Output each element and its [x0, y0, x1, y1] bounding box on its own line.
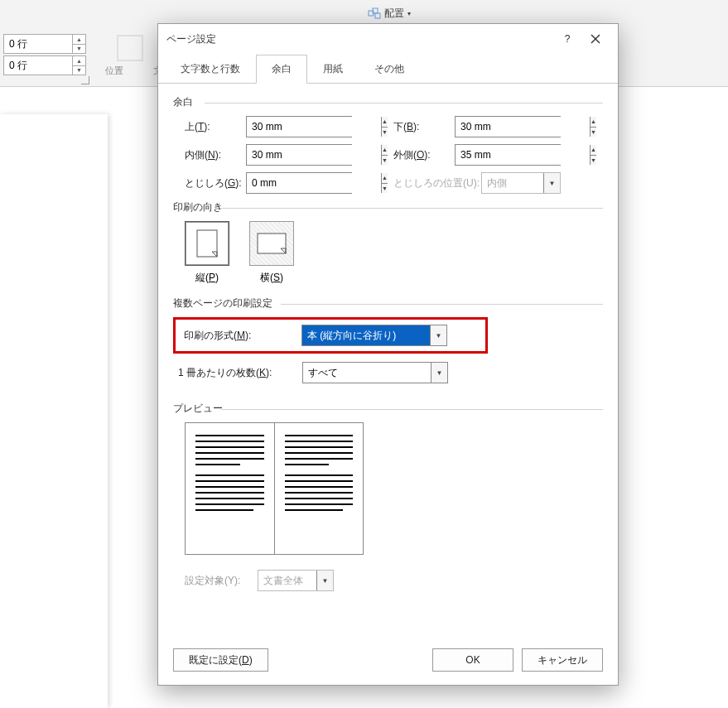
- gutter-value[interactable]: [247, 173, 381, 193]
- step-up-icon[interactable]: ▲: [591, 145, 596, 156]
- ok-button[interactable]: OK: [432, 648, 513, 672]
- gutter-position-combo: 内側 ▼: [481, 172, 561, 194]
- margin-top-label: 上(T):: [173, 120, 246, 134]
- dialog-title: ページ設定: [166, 32, 553, 46]
- print-format-highlight: 印刷の形式(M): 本 (縦方向に谷折り) ▼: [173, 317, 488, 354]
- step-down-icon[interactable]: ▼: [73, 66, 85, 75]
- gutter-position-value: 内側: [482, 173, 543, 193]
- orientation-landscape-label: 横(S): [260, 271, 283, 285]
- apply-to-value: 文書全体: [258, 571, 316, 590]
- ribbon-spacing-before[interactable]: 0 行 ▲▼: [3, 34, 86, 54]
- page-setup-dialog: ページ設定 ? 文字数と行数 余白 用紙 その他 余白 上(T): ▲▼ 下(B…: [157, 23, 619, 686]
- landscape-icon: [257, 233, 287, 254]
- margins-group-header: 余白: [173, 95, 603, 109]
- ribbon-spacing-after-value: 0 行: [4, 59, 72, 73]
- print-format-label: 印刷の形式(M):: [184, 329, 301, 343]
- step-down-icon[interactable]: ▼: [591, 128, 596, 137]
- preview-left-page: [186, 423, 275, 554]
- margin-outside-label: 外側(O):: [382, 148, 455, 162]
- ribbon-arrange-button[interactable]: 配置 ▾: [364, 3, 414, 24]
- preview-right-page: [275, 423, 364, 554]
- preview-thumbnail: [185, 422, 364, 555]
- margin-bottom-value[interactable]: [456, 117, 590, 137]
- document-page: [0, 114, 108, 708]
- step-up-icon[interactable]: ▲: [591, 117, 596, 128]
- tab-other[interactable]: その他: [359, 55, 420, 84]
- margin-bottom-input[interactable]: ▲▼: [455, 116, 561, 137]
- step-up-icon[interactable]: ▲: [73, 56, 85, 66]
- close-icon: [591, 34, 600, 44]
- gutter-label: とじしろ(G):: [173, 176, 246, 190]
- apply-to-label: 設定対象(Y):: [173, 574, 258, 588]
- sheets-per-booklet-combo[interactable]: すべて ▼: [302, 362, 448, 383]
- arrange-icon: [368, 7, 381, 21]
- preview-group-header: プレビュー: [173, 402, 603, 416]
- position-icon: [117, 35, 143, 61]
- dialog-body: 余白 上(T): ▲▼ 下(B): ▲▼ 内側(N): ▲▼ 外側(O):: [158, 84, 618, 638]
- tab-chars-lines[interactable]: 文字数と行数: [165, 55, 256, 84]
- step-up-icon[interactable]: ▲: [73, 35, 85, 45]
- apply-to-combo[interactable]: 文書全体 ▼: [258, 570, 334, 591]
- margin-top-input[interactable]: ▲▼: [246, 116, 352, 137]
- dialog-footer: 既定に設定(D) OK キャンセル: [158, 638, 618, 685]
- chevron-down-icon: ▼: [316, 571, 333, 590]
- chevron-down-icon: ▼: [543, 173, 560, 193]
- portrait-icon: [196, 229, 218, 258]
- chevron-down-icon: ▼: [430, 325, 446, 345]
- svg-rect-2: [375, 13, 380, 18]
- dialog-titlebar: ページ設定 ?: [158, 24, 618, 54]
- svg-rect-6: [258, 234, 286, 253]
- orientation-portrait-label: 縦(P): [195, 271, 219, 285]
- orientation-group-header: 印刷の向き: [173, 200, 603, 214]
- margin-inside-value[interactable]: [247, 145, 381, 165]
- margin-outside-input[interactable]: ▲▼: [455, 144, 561, 166]
- print-format-combo[interactable]: 本 (縦方向に谷折り) ▼: [301, 325, 447, 346]
- sheets-per-booklet-label: 1 冊あたりの枚数(K):: [178, 366, 302, 380]
- ribbon-arrange-label: 配置: [384, 7, 404, 21]
- group-dialog-launcher[interactable]: [81, 76, 89, 84]
- set-default-button[interactable]: 既定に設定(D): [173, 648, 268, 672]
- step-down-icon[interactable]: ▼: [73, 45, 85, 54]
- help-button[interactable]: ?: [553, 27, 581, 51]
- multipage-group-header: 複数ページの印刷設定: [173, 296, 603, 311]
- margin-outside-value[interactable]: [456, 145, 590, 165]
- cancel-button[interactable]: キャンセル: [522, 648, 603, 672]
- margin-bottom-label: 下(B):: [382, 120, 455, 134]
- chevron-down-icon: ▾: [407, 10, 411, 17]
- sheets-per-booklet-value: すべて: [303, 363, 431, 383]
- margin-inside-label: 内側(N):: [173, 148, 246, 162]
- margin-top-value[interactable]: [247, 117, 381, 137]
- orientation-landscape[interactable]: 横(S): [249, 221, 294, 285]
- margin-inside-input[interactable]: ▲▼: [246, 144, 352, 166]
- dialog-tabs: 文字数と行数 余白 用紙 その他: [158, 54, 618, 84]
- print-format-value: 本 (縦方向に谷折り): [302, 325, 430, 345]
- svg-rect-5: [197, 230, 217, 257]
- gutter-input[interactable]: ▲▼: [246, 172, 352, 194]
- orientation-portrait[interactable]: 縦(P): [185, 221, 229, 285]
- close-button[interactable]: [581, 27, 610, 51]
- gutter-position-label: とじしろの位置(U):: [382, 176, 481, 190]
- tab-paper[interactable]: 用紙: [307, 55, 359, 84]
- ribbon-spacing-before-value: 0 行: [4, 37, 72, 51]
- tab-margins[interactable]: 余白: [256, 55, 307, 84]
- chevron-down-icon: ▼: [431, 363, 447, 383]
- step-down-icon[interactable]: ▼: [591, 156, 596, 166]
- ribbon-spacing-after[interactable]: 0 行 ▲▼: [3, 55, 86, 75]
